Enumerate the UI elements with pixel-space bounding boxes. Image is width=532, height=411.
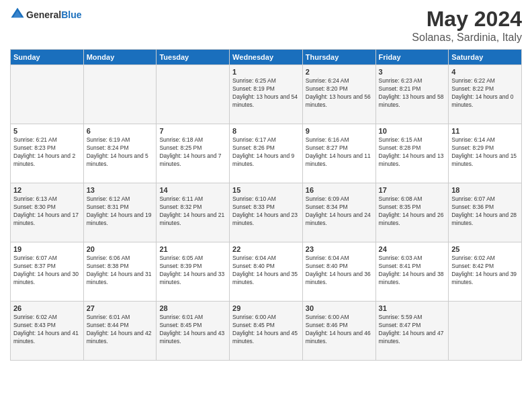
logo-blue: Blue (61, 9, 81, 20)
day-info: Sunrise: 6:07 AM Sunset: 8:36 PM Dayligh… (451, 195, 519, 228)
day-number: 6 (87, 127, 154, 135)
day-number: 7 (159, 127, 226, 135)
day-number: 15 (232, 186, 300, 194)
table-row: 4Sunrise: 6:22 AM Sunset: 8:22 PM Daylig… (449, 65, 522, 124)
day-info: Sunrise: 6:19 AM Sunset: 8:24 PM Dayligh… (87, 136, 154, 169)
table-row: 6Sunrise: 6:19 AM Sunset: 8:24 PM Daylig… (83, 124, 157, 183)
day-info: Sunrise: 6:15 AM Sunset: 8:28 PM Dayligh… (379, 136, 446, 169)
page: GeneralBlue May 2024 Solanas, Sardinia, … (0, 0, 532, 411)
col-sunday: Sunday (11, 50, 84, 65)
table-row: 29Sunrise: 6:00 AM Sunset: 8:45 PM Dayli… (230, 302, 303, 361)
day-info: Sunrise: 6:21 AM Sunset: 8:23 PM Dayligh… (13, 136, 81, 169)
day-number: 18 (451, 186, 519, 194)
day-number: 24 (379, 245, 446, 253)
day-info: Sunrise: 6:01 AM Sunset: 8:44 PM Dayligh… (87, 314, 154, 346)
day-number: 29 (232, 304, 300, 312)
day-number: 2 (306, 68, 373, 76)
col-friday: Friday (375, 50, 449, 65)
day-number: 28 (159, 304, 226, 312)
table-row: 31Sunrise: 5:59 AM Sunset: 8:47 PM Dayli… (375, 302, 449, 361)
table-row: 19Sunrise: 6:07 AM Sunset: 8:37 PM Dayli… (11, 242, 84, 302)
day-info: Sunrise: 6:09 AM Sunset: 8:34 PM Dayligh… (306, 195, 373, 228)
table-row: 2Sunrise: 6:24 AM Sunset: 8:20 PM Daylig… (302, 65, 375, 124)
day-info: Sunrise: 6:17 AM Sunset: 8:26 PM Dayligh… (232, 136, 300, 169)
table-row (449, 302, 522, 361)
table-row: 26Sunrise: 6:02 AM Sunset: 8:43 PM Dayli… (11, 302, 84, 361)
day-info: Sunrise: 6:13 AM Sunset: 8:30 PM Dayligh… (13, 195, 81, 228)
table-row (83, 65, 157, 124)
day-info: Sunrise: 6:00 AM Sunset: 8:46 PM Dayligh… (306, 314, 373, 346)
table-row: 15Sunrise: 6:10 AM Sunset: 8:33 PM Dayli… (230, 183, 303, 242)
day-number: 27 (87, 304, 154, 312)
calendar-table: Sunday Monday Tuesday Wednesday Thursday… (10, 49, 522, 361)
day-number: 8 (232, 127, 300, 135)
table-row: 25Sunrise: 6:02 AM Sunset: 8:42 PM Dayli… (449, 242, 522, 302)
day-number: 14 (159, 186, 226, 194)
table-row: 10Sunrise: 6:15 AM Sunset: 8:28 PM Dayli… (375, 124, 449, 183)
day-number: 25 (451, 245, 519, 253)
col-saturday: Saturday (449, 50, 522, 65)
table-row: 30Sunrise: 6:00 AM Sunset: 8:46 PM Dayli… (302, 302, 375, 361)
table-row: 3Sunrise: 6:23 AM Sunset: 8:21 PM Daylig… (375, 65, 449, 124)
calendar-week-row: 26Sunrise: 6:02 AM Sunset: 8:43 PM Dayli… (11, 302, 522, 361)
table-row: 20Sunrise: 6:06 AM Sunset: 8:38 PM Dayli… (83, 242, 157, 302)
calendar-week-row: 5Sunrise: 6:21 AM Sunset: 8:23 PM Daylig… (11, 124, 522, 183)
table-row: 11Sunrise: 6:14 AM Sunset: 8:29 PM Dayli… (449, 124, 522, 183)
calendar-week-row: 1Sunrise: 6:25 AM Sunset: 8:19 PM Daylig… (11, 65, 522, 124)
table-row: 12Sunrise: 6:13 AM Sunset: 8:30 PM Dayli… (11, 183, 84, 242)
day-number: 16 (306, 186, 373, 194)
table-row: 16Sunrise: 6:09 AM Sunset: 8:34 PM Dayli… (302, 183, 375, 242)
table-row: 18Sunrise: 6:07 AM Sunset: 8:36 PM Dayli… (449, 183, 522, 242)
col-tuesday: Tuesday (157, 50, 230, 65)
calendar-week-row: 12Sunrise: 6:13 AM Sunset: 8:30 PM Dayli… (11, 183, 522, 242)
day-number: 20 (87, 245, 154, 253)
col-thursday: Thursday (302, 50, 375, 65)
page-title: May 2024 (412, 7, 522, 32)
day-info: Sunrise: 6:01 AM Sunset: 8:45 PM Dayligh… (159, 314, 226, 346)
page-subtitle: Solanas, Sardinia, Italy (412, 32, 522, 44)
day-number: 31 (379, 304, 446, 312)
logo-icon (10, 7, 25, 21)
table-row (157, 65, 230, 124)
logo: GeneralBlue (10, 7, 81, 24)
day-number: 12 (13, 186, 81, 194)
day-number: 19 (13, 245, 81, 253)
table-row: 21Sunrise: 6:05 AM Sunset: 8:39 PM Dayli… (157, 242, 230, 302)
title-area: May 2024 Solanas, Sardinia, Italy (412, 7, 522, 44)
day-number: 22 (232, 245, 300, 253)
table-row: 8Sunrise: 6:17 AM Sunset: 8:26 PM Daylig… (230, 124, 303, 183)
table-row: 24Sunrise: 6:03 AM Sunset: 8:41 PM Dayli… (375, 242, 449, 302)
day-info: Sunrise: 6:12 AM Sunset: 8:31 PM Dayligh… (87, 195, 154, 228)
day-info: Sunrise: 6:03 AM Sunset: 8:41 PM Dayligh… (379, 255, 446, 287)
table-row: 14Sunrise: 6:11 AM Sunset: 8:32 PM Dayli… (157, 183, 230, 242)
day-info: Sunrise: 6:18 AM Sunset: 8:25 PM Dayligh… (159, 136, 226, 169)
day-number: 5 (13, 127, 81, 135)
day-info: Sunrise: 6:07 AM Sunset: 8:37 PM Dayligh… (13, 255, 81, 287)
day-info: Sunrise: 6:25 AM Sunset: 8:19 PM Dayligh… (232, 77, 300, 109)
day-info: Sunrise: 6:22 AM Sunset: 8:22 PM Dayligh… (451, 77, 519, 109)
col-monday: Monday (83, 50, 157, 65)
day-info: Sunrise: 6:14 AM Sunset: 8:29 PM Dayligh… (451, 136, 519, 169)
day-info: Sunrise: 6:04 AM Sunset: 8:40 PM Dayligh… (306, 255, 373, 287)
day-number: 21 (159, 245, 226, 253)
day-info: Sunrise: 6:08 AM Sunset: 8:35 PM Dayligh… (379, 195, 446, 228)
day-number: 23 (306, 245, 373, 253)
day-info: Sunrise: 6:23 AM Sunset: 8:21 PM Dayligh… (379, 77, 446, 109)
day-number: 9 (306, 127, 373, 135)
day-info: Sunrise: 6:10 AM Sunset: 8:33 PM Dayligh… (232, 195, 300, 228)
day-number: 10 (379, 127, 446, 135)
table-row (11, 65, 84, 124)
day-info: Sunrise: 6:24 AM Sunset: 8:20 PM Dayligh… (306, 77, 373, 109)
day-info: Sunrise: 6:00 AM Sunset: 8:45 PM Dayligh… (232, 314, 300, 346)
day-info: Sunrise: 6:11 AM Sunset: 8:32 PM Dayligh… (159, 195, 226, 228)
table-row: 27Sunrise: 6:01 AM Sunset: 8:44 PM Dayli… (83, 302, 157, 361)
header: GeneralBlue May 2024 Solanas, Sardinia, … (10, 7, 522, 44)
day-info: Sunrise: 6:16 AM Sunset: 8:27 PM Dayligh… (306, 136, 373, 169)
table-row: 9Sunrise: 6:16 AM Sunset: 8:27 PM Daylig… (302, 124, 375, 183)
day-number: 30 (306, 304, 373, 312)
calendar-week-row: 19Sunrise: 6:07 AM Sunset: 8:37 PM Dayli… (11, 242, 522, 302)
day-info: Sunrise: 6:04 AM Sunset: 8:40 PM Dayligh… (232, 255, 300, 287)
day-number: 17 (379, 186, 446, 194)
table-row: 28Sunrise: 6:01 AM Sunset: 8:45 PM Dayli… (157, 302, 230, 361)
table-row: 23Sunrise: 6:04 AM Sunset: 8:40 PM Dayli… (302, 242, 375, 302)
